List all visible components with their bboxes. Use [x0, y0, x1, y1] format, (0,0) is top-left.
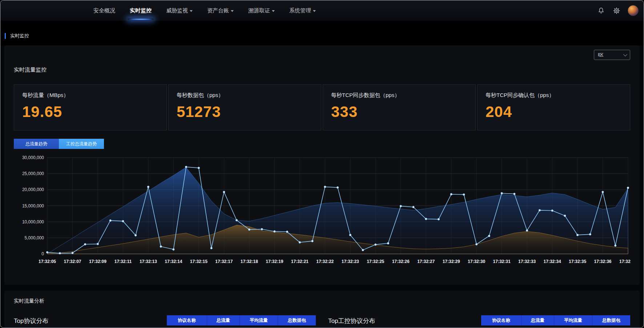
stat-card-pps: 每秒数据包（pps） 51273	[168, 84, 321, 130]
svg-text:30,000,000: 30,000,000	[22, 155, 44, 160]
svg-text:17:32:31: 17:32:31	[493, 259, 511, 264]
column-header: 协议名称	[167, 315, 207, 325]
column-header: 总流量	[207, 315, 240, 325]
svg-text:17:32:09: 17:32:09	[89, 259, 106, 264]
svg-text:17:32:17: 17:32:17	[215, 259, 233, 264]
top-protocol-distribution: Top协议分布 协议名称 总流量 平均流量 总数据包	[14, 315, 316, 325]
svg-text:17:32:19: 17:32:19	[266, 259, 283, 264]
svg-text:17:32:05: 17:32:05	[39, 259, 56, 264]
protocol-table-header: 协议名称 总流量 平均流量 总数据包	[167, 315, 316, 325]
section-title-traffic-monitor: 实时流量监控	[14, 45, 630, 73]
svg-text:17:32:25: 17:32:25	[367, 259, 384, 264]
column-header: 协议名称	[481, 315, 521, 325]
svg-text:17:32:14: 17:32:14	[165, 259, 182, 264]
zone-select-dropdown[interactable]: Ⅰ区	[594, 50, 630, 60]
trend-tabs: 总流量趋势 工控总流量趋势	[14, 139, 630, 149]
section-title-traffic-analysis: 实时流量分析	[14, 291, 630, 304]
tab-ics-total-traffic-trend[interactable]: 工控总流量趋势	[59, 139, 104, 149]
svg-text:5,000,000: 5,000,000	[25, 235, 44, 240]
chart-container: 17:32:0517:32:0717:32:0917:32:1117:32:13…	[14, 153, 630, 267]
nav-item-realtime-monitor[interactable]: 实时监控	[130, 0, 152, 21]
column-header: 总数据包	[592, 315, 630, 325]
svg-text:17:32:30: 17:32:30	[468, 259, 485, 264]
breadcrumb: 实时监控	[10, 33, 29, 39]
user-avatar[interactable]	[628, 5, 639, 16]
ics-protocol-table-header: 协议名称 总流量 平均流量 总数据包	[481, 315, 630, 325]
nav-item-system-management[interactable]: 系统管理	[289, 0, 316, 21]
svg-text:25,000,000: 25,000,000	[22, 171, 44, 176]
svg-text:17:32:22: 17:32:22	[316, 259, 334, 264]
nav-item-trace-forensics[interactable]: 溯源取证	[248, 0, 275, 21]
breadcrumb-accent	[5, 33, 6, 39]
app-window: 安全概况 实时监控 威胁监视 资产台账 溯源取证 系统管理	[0, 0, 644, 328]
svg-text:17:32:18: 17:32:18	[241, 259, 258, 264]
nav-item-label: 安全概况	[93, 7, 115, 14]
svg-text:17:32:21: 17:32:21	[291, 259, 309, 264]
tab-total-traffic-trend[interactable]: 总流量趋势	[14, 139, 59, 149]
stat-value: 333	[331, 103, 467, 121]
ics-protocol-table: 协议名称 总流量 平均流量 总数据包	[481, 315, 630, 325]
main-content: Ⅰ区 实时流量监控 每秒流量（MBps） 19.65 每秒数据包（pps） 51…	[0, 45, 644, 328]
nav-item-label: 溯源取证	[248, 7, 270, 14]
nav-item-threat-watch[interactable]: 威胁监视	[166, 0, 193, 21]
svg-text:17:32:35: 17:32:35	[569, 259, 586, 264]
svg-text:10,000,000: 10,000,000	[22, 219, 44, 224]
svg-text:17:32:11: 17:32:11	[114, 259, 132, 264]
svg-text:0: 0	[41, 251, 44, 256]
stat-value: 19.65	[22, 103, 158, 121]
stat-card-tcp-syn: 每秒TCP同步数据包（pps） 333	[323, 84, 476, 130]
column-header: 平均流量	[240, 315, 278, 325]
stat-value: 51273	[177, 103, 313, 121]
svg-text:20,000,000: 20,000,000	[22, 187, 44, 192]
svg-text:17:32:15: 17:32:15	[190, 259, 208, 264]
notification-bell-icon[interactable]	[597, 7, 605, 15]
table-title-top-ics-protocol: Top工控协议分布	[328, 315, 375, 325]
svg-text:17:32:33: 17:32:33	[518, 259, 536, 264]
nav-item-label: 资产台账	[207, 7, 229, 14]
stat-cards-row: 每秒流量（MBps） 19.65 每秒数据包（pps） 51273 每秒TCP同…	[14, 84, 630, 130]
nav-item-asset-ledger[interactable]: 资产台账	[207, 0, 234, 21]
protocol-table: 协议名称 总流量 平均流量 总数据包	[167, 315, 316, 325]
svg-text:17:32:26: 17:32:26	[392, 259, 410, 264]
nav-item-label: 实时监控	[130, 7, 152, 14]
stat-card-mbps: 每秒流量（MBps） 19.65	[14, 84, 167, 130]
zone-select-value: Ⅰ区	[598, 52, 604, 58]
svg-text:17:32:07: 17:32:07	[64, 259, 81, 264]
top-navbar: 安全概况 实时监控 威胁监视 资产台账 溯源取证 系统管理	[0, 0, 644, 21]
stat-label: 每秒流量（MBps）	[22, 92, 158, 99]
stat-label: 每秒TCP同步数据包（pps）	[331, 92, 467, 99]
chevron-down-icon	[231, 10, 234, 12]
breadcrumb-bar: 实时监控	[0, 21, 644, 45]
svg-text:17:32:27: 17:32:27	[417, 259, 435, 264]
realtime-traffic-analysis-panel: 实时流量分析 Top协议分布 协议名称 总流量 平均流量 总数据包 Top工控协	[4, 291, 640, 328]
svg-text:17:32:34: 17:32:34	[544, 259, 561, 264]
nav-item-label: 威胁监视	[166, 7, 188, 14]
svg-text:17:32:23: 17:32:23	[342, 259, 359, 264]
svg-text:15,000,000: 15,000,000	[22, 203, 44, 208]
svg-text:17:32:37: 17:32:37	[619, 259, 631, 264]
main-nav: 安全概况 实时监控 威胁监视 资产台账 溯源取证 系统管理	[0, 0, 316, 21]
column-header: 总数据包	[278, 315, 316, 325]
table-title-top-protocol: Top协议分布	[14, 315, 48, 325]
traffic-trend-chart: 17:32:0517:32:0717:32:0917:32:1117:32:13…	[14, 153, 631, 267]
chevron-down-icon	[313, 10, 316, 12]
top-ics-protocol-distribution: Top工控协议分布 协议名称 总流量 平均流量 总数据包	[328, 315, 630, 325]
chevron-down-icon	[272, 10, 275, 12]
settings-gear-icon[interactable]	[612, 7, 620, 15]
svg-text:17:32:29: 17:32:29	[443, 259, 460, 264]
analysis-tables-row: Top协议分布 协议名称 总流量 平均流量 总数据包 Top工控协议分布	[14, 315, 630, 325]
column-header: 平均流量	[554, 315, 592, 325]
nav-item-security-overview[interactable]: 安全概况	[93, 0, 115, 21]
stat-value: 204	[486, 103, 622, 121]
nav-item-label: 系统管理	[289, 7, 311, 14]
chevron-down-icon	[190, 10, 193, 12]
svg-text:17:32:13: 17:32:13	[140, 259, 157, 264]
svg-text:17:32:36: 17:32:36	[594, 259, 611, 264]
column-header: 总流量	[521, 315, 554, 325]
realtime-traffic-panel: Ⅰ区 实时流量监控 每秒流量（MBps） 19.65 每秒数据包（pps） 51…	[4, 45, 640, 285]
stat-card-tcp-synack: 每秒TCP同步确认包（pps） 204	[477, 84, 630, 130]
topbar-actions	[597, 0, 644, 21]
stat-label: 每秒数据包（pps）	[177, 92, 313, 99]
stat-label: 每秒TCP同步确认包（pps）	[486, 92, 622, 99]
chevron-down-icon	[623, 52, 627, 56]
